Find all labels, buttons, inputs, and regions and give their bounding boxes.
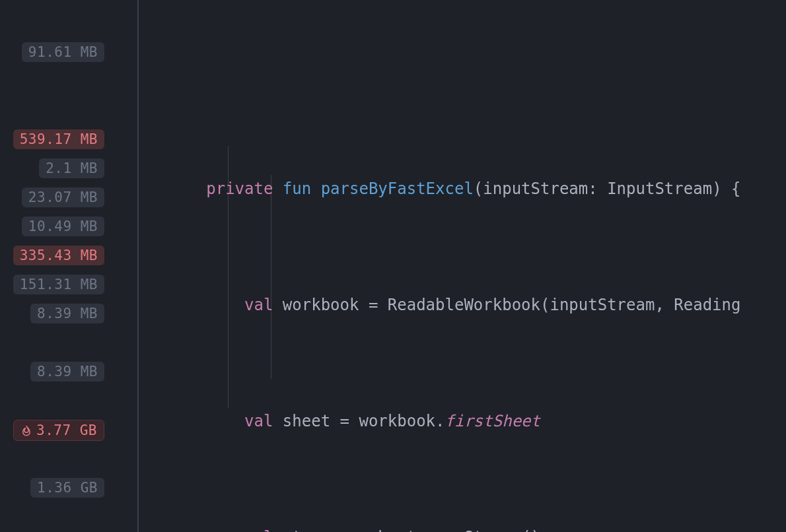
mem-badge-text: 8.39 MB — [37, 364, 98, 380]
mem-badge[interactable]: 23.07 MB — [22, 187, 104, 207]
mem-badge-text: 23.07 MB — [28, 189, 98, 205]
mem-badge-text: 1.36 GB — [37, 480, 98, 496]
kw-val: val — [244, 528, 273, 532]
mem-badge-text: 10.49 MB — [28, 218, 98, 234]
param-name: inputStream — [483, 180, 588, 198]
arg: Reading — [674, 296, 740, 314]
mem-badge[interactable]: 91.61 MB — [22, 42, 104, 62]
mem-badge[interactable]: 8.39 MB — [30, 304, 104, 323]
code-line: val workbook = ReadableWorkbook(inputStr… — [159, 290, 786, 319]
kw-fun: fun — [283, 180, 311, 198]
code-line: val stream = sheet.openStream() — [159, 523, 786, 532]
flame-icon — [20, 424, 32, 436]
mem-badge-text: 2.1 MB — [46, 160, 98, 176]
ref: sheet — [369, 528, 416, 532]
var-sheet: sheet — [283, 412, 330, 430]
var-stream: stream — [283, 528, 340, 532]
mem-badge[interactable]: 151.31 MB — [13, 275, 104, 294]
mem-badge[interactable]: 8.39 MB — [30, 362, 104, 382]
prop-firstSheet: firstSheet — [445, 412, 541, 430]
arg: inputStream — [550, 296, 655, 314]
mem-badge[interactable]: 10.49 MB — [22, 216, 104, 236]
mem-badge-text: 8.39 MB — [37, 306, 98, 321]
editor-root: 91.61 MB 539.17 MB 2.1 MB 23.07 MB 10.49… — [0, 0, 786, 532]
mem-badge-hot[interactable]: 3.77 GB — [13, 420, 104, 441]
var-workbook: workbook — [283, 296, 359, 314]
mem-badge[interactable]: 335.43 MB — [13, 246, 104, 265]
mem-badge-text: 151.31 MB — [20, 277, 98, 292]
code-editor[interactable]: private fun parseByFastExcel(inputStream… — [139, 0, 786, 532]
mem-badge[interactable]: 2.1 MB — [39, 158, 104, 178]
mem-badge-text: 539.17 MB — [20, 131, 98, 147]
fn-name: parseByFastExcel — [321, 180, 474, 198]
m-openStream: openStream — [426, 528, 522, 532]
kw-val: val — [244, 412, 273, 430]
mem-badge-text: 91.61 MB — [28, 44, 98, 60]
kw-val: val — [244, 296, 273, 314]
param-type: InputStream — [607, 180, 712, 198]
mem-badge[interactable]: 1.36 GB — [30, 478, 104, 498]
code-line: private fun parseByFastExcel(inputStream… — [159, 174, 786, 203]
mem-badge-text: 3.77 GB — [36, 422, 97, 438]
kw-private: private — [206, 180, 273, 198]
mem-badge-text: 335.43 MB — [20, 248, 98, 263]
memory-gutter: 91.61 MB 539.17 MB 2.1 MB 23.07 MB 10.49… — [0, 0, 139, 532]
ref: workbook — [359, 412, 435, 430]
indent-guide — [271, 175, 271, 379]
mem-badge[interactable]: 539.17 MB — [13, 129, 104, 149]
ctor: ReadableWorkbook — [388, 296, 540, 314]
code-line: val sheet = workbook.firstSheet — [159, 407, 786, 436]
